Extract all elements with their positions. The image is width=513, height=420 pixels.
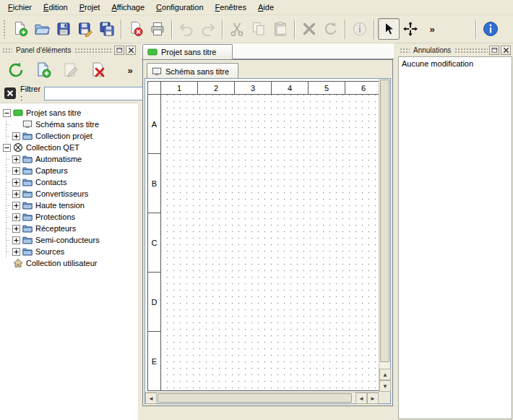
scroll-left-button-end[interactable]: ◄: [355, 393, 367, 404]
expand-plus-icon[interactable]: [11, 246, 22, 257]
tree-item-capteurs[interactable]: Capteurs: [0, 165, 138, 176]
paste-button[interactable]: [270, 18, 291, 40]
tree-item-sources[interactable]: Sources: [0, 246, 138, 257]
menu-affichage[interactable]: Affichage: [105, 1, 150, 14]
expand-plus-icon[interactable]: [11, 165, 22, 176]
tree-item-protections[interactable]: Protections: [0, 211, 138, 223]
expand-plus-icon[interactable]: [11, 234, 22, 246]
expand-plus-icon[interactable]: [11, 153, 22, 165]
scroll-down-button[interactable]: ▼: [379, 380, 391, 392]
save-as-button[interactable]: [74, 18, 96, 40]
dock-float-button[interactable]: [489, 46, 499, 55]
project-area: Projet sans titre Schéma sans titre 1234…: [142, 43, 394, 420]
toolbar-separator: [222, 20, 223, 39]
filter-input[interactable]: [44, 87, 152, 100]
reload-collections-button[interactable]: [4, 59, 27, 82]
about-button[interactable]: [480, 18, 501, 40]
row-header-C: C: [148, 213, 160, 272]
tree-item-collection-utilisateur[interactable]: Collection utilisateur: [0, 257, 138, 269]
undo-button[interactable]: [176, 18, 197, 40]
toolbar-overflow-button[interactable]: »: [421, 18, 443, 40]
print-button[interactable]: [147, 18, 168, 40]
folder-icon: [22, 223, 33, 233]
horizontal-scrollbar-thumb[interactable]: [158, 393, 352, 403]
rotate-button[interactable]: [320, 18, 342, 40]
toolbar-separator: [121, 20, 122, 39]
scroll-right-button[interactable]: ►: [367, 393, 379, 404]
expand-plus-icon[interactable]: [11, 176, 22, 188]
undo-icon: [178, 21, 194, 37]
tree-item-automatisme[interactable]: Automatisme: [0, 153, 138, 165]
dock-grip: [2, 48, 12, 53]
save-all-button[interactable]: [96, 18, 118, 40]
collapse-minus-icon[interactable]: [1, 107, 12, 119]
info-icon: [352, 21, 368, 37]
new-document-icon: [12, 21, 28, 37]
expand-plus-icon[interactable]: [11, 188, 22, 200]
folder-icon: [22, 212, 33, 222]
properties-button[interactable]: [349, 18, 371, 40]
column-header-2: 2: [198, 82, 234, 94]
copy-button[interactable]: [248, 18, 270, 40]
dock-close-button[interactable]: [126, 46, 136, 55]
tree-item-schema-sans-titre[interactable]: Schéma sans titre: [0, 119, 138, 130]
diagram-canvas[interactable]: 123456ABCDE: [145, 79, 379, 392]
delete-element-icon: [90, 61, 107, 79]
tree-item-projet-sans-titre[interactable]: Projet sans titre: [0, 107, 138, 119]
dock-float-button[interactable]: [114, 46, 124, 55]
vertical-scrollbar-thumb[interactable]: [380, 80, 389, 362]
tab-schema[interactable]: Schéma sans titre: [147, 63, 238, 79]
edit-element-button[interactable]: [59, 59, 82, 82]
pan-mode-button[interactable]: [400, 18, 421, 40]
cut-button[interactable]: [226, 18, 248, 40]
expand-plus-icon[interactable]: [11, 223, 22, 234]
tree-item-recepteurs[interactable]: Récepteurs: [0, 223, 138, 234]
vertical-scrollbar[interactable]: ▲ ▼: [379, 79, 390, 392]
column-header-1: 1: [161, 82, 197, 94]
scroll-up-button[interactable]: ▲: [379, 369, 391, 380]
delete-element-button[interactable]: [87, 59, 110, 82]
elements-panel-titlebar[interactable]: Panel d'éléments: [0, 43, 138, 56]
menubar: FichierÉditionProjetAffichageConfigurati…: [0, 0, 513, 15]
undo-panel-titlebar[interactable]: Annulations: [397, 43, 513, 56]
tree-item-label: Semi-conducteurs: [35, 236, 100, 244]
redo-button[interactable]: [197, 18, 219, 40]
tree-item-haute-tension[interactable]: Haute tension: [0, 200, 138, 211]
save-button[interactable]: [53, 18, 74, 40]
horizontal-scrollbar[interactable]: ◄ ◄ ►: [145, 392, 379, 403]
menu-fichier[interactable]: Fichier: [2, 1, 38, 14]
project-icon: [13, 108, 23, 118]
close-file-button[interactable]: [125, 18, 147, 40]
collapse-minus-icon[interactable]: [1, 142, 12, 153]
elements-panel-toolbar: »: [0, 56, 138, 84]
edit-element-icon: [62, 61, 79, 79]
new-project-button[interactable]: [9, 18, 31, 40]
open-project-button[interactable]: [31, 18, 53, 40]
scroll-left-button[interactable]: ◄: [145, 393, 157, 404]
delete-button[interactable]: [298, 18, 320, 40]
tree-connector: [1, 234, 11, 246]
selection-mode-button[interactable]: [378, 18, 400, 40]
content-area: Panel d'éléments » Filtrer : Projet sans…: [0, 43, 513, 420]
expand-plus-icon[interactable]: [11, 211, 22, 223]
tree-item-collection-qet[interactable]: Collection QET: [0, 142, 138, 153]
menu-fenetres[interactable]: Fenêtres: [210, 1, 252, 14]
menu-aide[interactable]: Aide: [252, 1, 280, 14]
menu-projet[interactable]: Projet: [74, 1, 106, 14]
undo-item-aucune-modification[interactable]: Aucune modification: [399, 57, 512, 69]
expand-plus-icon[interactable]: [11, 130, 22, 142]
dock-grip: [454, 48, 488, 53]
tree-item-collection-projet[interactable]: Collection projet: [0, 130, 138, 142]
dock-close-button[interactable]: [501, 46, 511, 55]
toolbar-grip[interactable]: [3, 20, 7, 38]
menu-edition[interactable]: Édition: [38, 1, 74, 14]
expand-plus-icon[interactable]: [11, 200, 22, 211]
new-element-button[interactable]: [32, 59, 55, 82]
tab-project[interactable]: Projet sans titre: [142, 44, 233, 59]
tree-item-semi-conducteurs[interactable]: Semi-conducteurs: [0, 234, 138, 246]
menu-configuration[interactable]: Configuration: [150, 1, 209, 14]
tree-item-convertisseurs[interactable]: Convertisseurs: [0, 188, 138, 200]
tree-item-contacts[interactable]: Contacts: [0, 176, 138, 188]
clear-filter-button[interactable]: [4, 87, 17, 100]
undo-panel-title: Annulations: [410, 46, 454, 54]
